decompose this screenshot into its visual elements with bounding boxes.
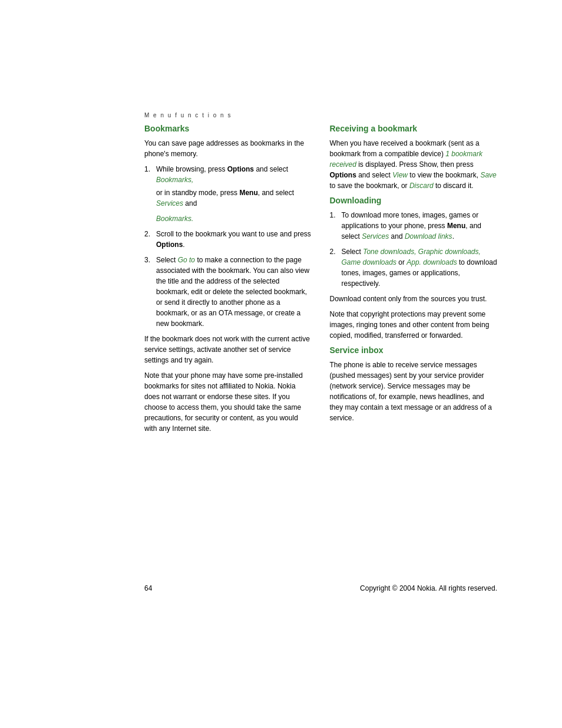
service-inbox-para: The phone is able to receive service mes… — [330, 360, 498, 423]
content-area: Bookmarks You can save page addresses as… — [144, 124, 497, 439]
receiving-bookmark-para: When you have received a bookmark (sent … — [330, 138, 498, 191]
continuation: or in standby mode, press Menu, and sele… — [156, 187, 312, 209]
bookmark-received-text: 1 bookmark received — [330, 150, 482, 169]
right-column: Receiving a bookmark When you have recei… — [330, 124, 498, 439]
service-inbox-title: Service inbox — [330, 345, 498, 355]
options-bold2: Options — [156, 241, 183, 249]
download-links: Download links — [405, 232, 452, 241]
list-item: 2. Select Tone downloads, Graphic downlo… — [330, 246, 498, 289]
goto-link: Go to — [178, 256, 195, 264]
downloading-para1: Download content only from the sources y… — [330, 294, 498, 304]
list-item-text: Select Go to to make a connection to the… — [156, 256, 309, 328]
list-num: 1. — [330, 210, 336, 220]
list-item-text: Select Tone downloads, Graphic downloads… — [342, 248, 497, 288]
page: M e n u f u n c t i o n s Bookmarks You … — [0, 0, 562, 728]
bookmarks-link: Bookmarks, — [156, 176, 193, 184]
downloading-list: 1. To download more tones, images, games… — [330, 210, 498, 289]
bookmarks-title: Bookmarks — [144, 124, 312, 133]
menu-bold2: Menu — [447, 222, 465, 230]
list-num: 3. — [144, 255, 150, 265]
bookmarks-para1: If the bookmark does not work with the c… — [144, 334, 312, 365]
list-item: 2. Scroll to the bookmark you want to us… — [144, 229, 312, 250]
app-downloads-link: App. downloads — [406, 258, 457, 266]
bookmarks-list: 1. While browsing, press Options and sel… — [144, 164, 312, 329]
list-num: 2. — [330, 246, 336, 257]
list-item-text: Scroll to the bookmark you want to use a… — [156, 230, 311, 249]
discard-link: Discard — [409, 182, 434, 190]
left-column: Bookmarks You can save page addresses as… — [144, 124, 312, 439]
downloading-para2: Note that copyright protections may prev… — [330, 309, 498, 341]
bookmarks-intro: You can save page addresses as bookmarks… — [144, 138, 312, 159]
downloading-title: Downloading — [330, 196, 498, 205]
menu-bold: Menu — [239, 189, 257, 197]
services-link2: Services — [362, 232, 389, 241]
save-link: Save — [480, 171, 496, 179]
continuation2: Bookmarks. — [156, 213, 312, 224]
list-item: 3. Select Go to to make a connection to … — [144, 255, 312, 329]
list-item-text: While browsing, press Options and select… — [156, 165, 288, 184]
list-item: 1. While browsing, press Options and sel… — [144, 164, 312, 224]
bookmarks-para2: Note that your phone may have some pre-i… — [144, 370, 312, 434]
view-link: View — [392, 171, 408, 179]
footer: 64 Copyright © 2004 Nokia. All rights re… — [144, 584, 497, 592]
header-label: M e n u f u n c t i o n s — [144, 112, 232, 118]
list-item: 1. To download more tones, images, games… — [330, 210, 498, 242]
options-bold: Options — [227, 165, 254, 173]
footer-copyright: Copyright © 2004 Nokia. All rights reser… — [360, 584, 497, 592]
bookmarks-link2: Bookmarks. — [156, 215, 193, 223]
list-num: 2. — [144, 229, 150, 239]
services-link: Services — [156, 199, 183, 207]
list-num: 1. — [144, 164, 150, 174]
receiving-bookmark-title: Receiving a bookmark — [330, 124, 498, 133]
list-item-text: To download more tones, images, games or… — [342, 211, 482, 241]
options-bold3: Options — [330, 171, 356, 179]
footer-page-number: 64 — [144, 584, 152, 592]
